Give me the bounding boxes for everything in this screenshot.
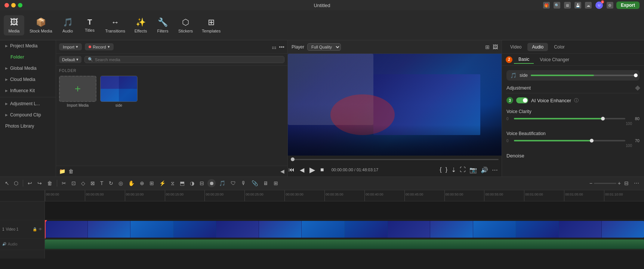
remove-icon[interactable]: 🗑 [68,168,74,174]
remove-clip-button[interactable]: ◇ [79,179,87,187]
diamond-icon[interactable] [635,85,640,90]
search-input[interactable] [95,57,281,62]
freeze-button[interactable]: ⊠ [89,179,97,187]
tab-video[interactable]: Video [506,43,526,51]
zoom-in-button[interactable]: + [618,180,621,186]
settings-icon[interactable]: ⚙ [607,2,613,9]
snapshot-icon[interactable]: 📷 [469,166,478,174]
more-icon[interactable]: ⋯ [491,166,499,174]
more2-button[interactable]: ◑ [188,179,196,187]
toolbar-item-stickers[interactable]: ⬡ Stickers [175,15,197,35]
add-folder-icon[interactable]: 📁 [59,168,65,174]
insert-icon[interactable]: ⇣ [450,166,457,174]
audio-btn[interactable]: 🎵 [217,179,227,187]
screen-btn[interactable]: 🖥 [261,179,270,187]
hand-button[interactable]: ✋ [126,179,136,187]
in-point-icon[interactable]: { [439,166,442,174]
mic-btn[interactable]: 🎙 [239,179,248,187]
media-item-side[interactable]: side [100,76,138,107]
export-button[interactable]: Export [616,1,640,9]
record-toolbar-button[interactable]: ⏺ [207,179,216,187]
text-button[interactable]: T [98,179,105,187]
snap-button[interactable]: ⊞ [148,179,156,187]
maximize-button[interactable] [18,3,22,7]
toolbar-item-templates[interactable]: ⊞ Templates [198,15,224,35]
cloud-icon[interactable]: ☁ [585,2,592,9]
import-button[interactable]: Import ▾ [59,43,82,50]
lock-icon[interactable]: 🔒 [33,227,37,231]
visibility-icon[interactable]: 👁 [38,227,42,231]
out-point-icon[interactable]: } [445,166,448,174]
voice-beautification-slider[interactable] [514,140,625,141]
sidebar-item-folder[interactable]: Folder [0,51,56,63]
filter-icon[interactable]: ⚏ [272,44,277,50]
media-item-import[interactable]: + Import Media [59,76,96,107]
skip-back-icon[interactable]: ⏮ [288,166,295,174]
grid-btn[interactable]: ⊞ [272,179,280,187]
quality-select[interactable]: Full Quality1/2 Quality1/4 Quality [307,43,341,51]
subtab-voice-changer[interactable]: Voice Changer [535,56,574,63]
video-clip[interactable] [45,221,644,238]
clip-btn[interactable]: 📎 [250,179,260,187]
toolbar-item-effects[interactable]: ✨ Effects [130,15,151,35]
sidebar-item-photos-library[interactable]: Photos Library [0,121,56,132]
timeline-progress-bar[interactable] [291,159,499,160]
sidebar-item-compound-clip[interactable]: ▶ Compound Clip [0,109,56,121]
more3-button[interactable]: ⊟ [198,179,206,187]
crop-button[interactable]: ⊡ [70,179,78,187]
monitor-icon[interactable]: 🖥 [564,2,571,9]
more1-button[interactable]: ⬒ [178,179,187,187]
collapse-icon[interactable]: ◀ [280,168,284,174]
pointer-tool[interactable]: ⬡ [12,179,20,187]
toolbar-item-stock[interactable]: 📦 Stock Media [26,15,56,35]
cut-button[interactable]: ✂ [60,179,68,187]
save-icon[interactable]: 💾 [574,2,581,9]
gift-icon[interactable]: 🎁 [543,2,550,9]
ripple-button[interactable]: ⊕ [138,179,146,187]
default-filter-button[interactable]: Default ▾ [59,56,81,63]
undo-button[interactable]: ↩ [26,179,34,187]
delete-button[interactable]: 🗑 [45,179,54,187]
toolbar-item-media[interactable]: 🖼 Media [4,15,24,35]
split-button[interactable]: ⧖ [169,179,176,188]
fullscreen-icon[interactable]: ⛶ [459,166,466,174]
minimize-button[interactable] [11,3,16,7]
volume-icon[interactable]: 🔊 [480,166,489,174]
keyframe-button[interactable]: ◎ [117,179,125,187]
tab-color[interactable]: Color [549,43,569,51]
view-options-button[interactable]: ⊟ [622,179,631,187]
zoom-out-button[interactable]: − [589,180,592,186]
avatar[interactable]: U 1 [595,1,603,9]
ai-voice-toggle[interactable] [516,97,528,103]
voice-clarity-slider[interactable] [514,118,625,119]
sidebar-item-project-media[interactable]: ▶ Project Media [0,40,56,51]
more-icon[interactable]: ••• [279,44,284,50]
grid-view-icon[interactable]: ⊞ [485,44,490,50]
info-icon[interactable]: ⓘ [574,97,579,104]
select-tool[interactable]: ↖ [3,179,11,187]
subtab-basic[interactable]: Basic [514,56,534,64]
shield-btn[interactable]: 🛡 [229,179,238,187]
rotate-button[interactable]: ↻ [107,179,115,187]
tab-audio[interactable]: Audio [527,43,548,51]
toolbar-item-titles[interactable]: T Titles [80,16,100,35]
more-options-button[interactable]: ⋯ [632,179,641,187]
sidebar-item-cloud-media[interactable]: ▶ Cloud Media [0,74,56,85]
import-thumb[interactable]: + [59,76,96,102]
toolbar-item-audio[interactable]: 🎵 Audio [58,15,78,35]
frame-back-icon[interactable]: ◀ [299,166,305,174]
stop-button[interactable]: ■ [320,166,325,174]
sidebar-item-adjustment[interactable]: ▶ Adjustment L... [0,98,56,109]
record-button[interactable]: Record ▾ [85,43,113,50]
close-button[interactable] [4,3,9,7]
play-button[interactable]: ▶ [309,165,316,175]
side-chip-slider[interactable] [531,75,636,76]
toolbar-item-transitions[interactable]: ↔ Transitions [102,15,129,35]
zoom-slider[interactable] [594,183,616,184]
search-icon[interactable]: 🔍 [554,2,560,9]
sidebar-item-influence-kit[interactable]: ▶ Influence Kit [0,85,56,96]
redo-button[interactable]: ↪ [36,179,44,187]
speed-button[interactable]: ⚡ [157,179,167,187]
toolbar-item-filters[interactable]: 🔧 Filters [152,15,173,35]
image-icon[interactable]: 🖼 [493,44,498,50]
